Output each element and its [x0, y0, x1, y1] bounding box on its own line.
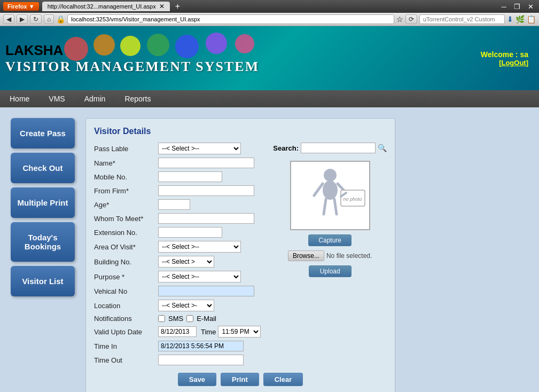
valid-date-input[interactable]	[158, 326, 197, 337]
no-photo-svg: no photo	[293, 163, 368, 228]
time-in-label: Time In	[94, 342, 158, 350]
whom-meet-input[interactable]	[158, 213, 254, 224]
print-button[interactable]: Print	[221, 373, 259, 386]
purpose-row: Purpose * --< Select >--	[94, 271, 262, 283]
check-out-button[interactable]: Check Out	[11, 153, 75, 183]
time-out-row: Time Out	[94, 355, 262, 365]
app-name: LAKSHA	[5, 42, 259, 59]
vehical-input[interactable]	[158, 286, 254, 296]
svg-line-4	[324, 199, 326, 214]
email-label: E-Mail	[197, 315, 216, 323]
mobile-input[interactable]	[158, 171, 222, 182]
svg-line-2	[314, 184, 323, 195]
lock-icon: 🔒	[56, 15, 65, 23]
name-row: Name*	[94, 158, 262, 168]
todays-bookings-button[interactable]: Today's Bookings	[11, 222, 75, 262]
time-out-input[interactable]	[158, 355, 244, 365]
create-pass-button[interactable]: Create Pass	[11, 118, 75, 148]
mobile-label: Mobile No.	[94, 173, 158, 181]
sidebar: Create Pass Check Out Multiple Print Tod…	[11, 118, 75, 392]
age-input[interactable]	[158, 199, 190, 210]
pass-label-select[interactable]: --< Select >--	[158, 143, 241, 154]
from-firm-row: From Firm*	[94, 185, 262, 196]
search-icon[interactable]: 🔍	[378, 144, 387, 152]
back-btn[interactable]: ◀	[3, 14, 14, 24]
form-panel: Visitor Details Pass Lable --< Select >-…	[85, 118, 395, 392]
form-left: Pass Lable --< Select >-- Name* Mobile N…	[94, 143, 262, 369]
welcome-text: Welcome : sa	[481, 50, 528, 59]
system-name: VISITOR MANAGEMENT SYSTEM	[5, 59, 259, 74]
leaf-icon: 🌿	[515, 15, 525, 23]
pass-label-text: Pass Lable	[94, 145, 158, 153]
new-tab-btn[interactable]: +	[175, 2, 180, 11]
nav-reports[interactable]: Reports	[115, 90, 160, 107]
from-firm-label: From Firm*	[94, 187, 158, 195]
age-label: Age*	[94, 201, 158, 209]
header-user-info: Welcome : sa [LogOut]	[481, 50, 528, 67]
address-bar[interactable]	[67, 14, 394, 24]
photo-box: no photo	[290, 161, 370, 230]
name-input[interactable]	[158, 158, 254, 168]
minimize-btn[interactable]: ─	[502, 3, 506, 11]
clear-button[interactable]: Clear	[263, 373, 303, 386]
restore-btn[interactable]: ❐	[514, 3, 520, 11]
svg-point-0	[324, 169, 337, 182]
email-checkbox[interactable]	[186, 315, 193, 322]
time-label: Time	[201, 328, 216, 336]
bookmark-icon[interactable]: 📋	[527, 15, 536, 23]
extension-row: Extension No.	[94, 227, 262, 238]
search-row: Search: 🔍	[273, 143, 387, 153]
close-btn[interactable]: ✕	[528, 3, 534, 11]
forward-btn[interactable]: ▶	[17, 14, 28, 24]
app-header: LAKSHA VISITOR MANAGEMENT SYSTEM Welcome…	[0, 26, 539, 90]
browser-nav: ◀ ▶ ↻ ⌂ 🔒 ☆ ⟳ ⬇ 🌿 📋	[0, 13, 539, 26]
form-title: Visitor Details	[94, 127, 387, 136]
location-row: Location --< Select >-	[94, 300, 262, 311]
whom-meet-label: Whom To Meet*	[94, 215, 158, 223]
browser-tab[interactable]: http://localhost:32...management_UI.aspx…	[42, 2, 170, 11]
tab-close[interactable]: ✕	[159, 3, 165, 10]
arrow-icon[interactable]: ⬇	[507, 15, 513, 23]
nav-admin[interactable]: Admin	[75, 90, 115, 107]
time-in-input[interactable]	[158, 341, 244, 351]
sms-checkbox[interactable]	[158, 315, 165, 322]
time-select[interactable]: 11:59 PM	[218, 326, 261, 338]
area-visit-select[interactable]: --< Select >--	[158, 241, 241, 253]
star-icon[interactable]: ☆	[396, 15, 403, 23]
building-row: Building No. --< Select >	[94, 256, 262, 268]
whom-meet-row: Whom To Meet*	[94, 213, 262, 224]
search-input[interactable]	[301, 143, 376, 153]
reload-btn[interactable]: ⟳	[405, 14, 417, 24]
vehical-row: Vehical No	[94, 286, 262, 296]
multiple-print-button[interactable]: Multiple Print	[11, 187, 75, 218]
logout-link[interactable]: [LogOut]	[481, 59, 528, 67]
date-time-row: Time 11:59 PM	[158, 326, 261, 338]
browser-search[interactable]	[419, 14, 505, 24]
notifications-row: Notifications SMS E-Mail	[94, 315, 262, 323]
building-select[interactable]: --< Select >	[158, 256, 214, 268]
header-branding: LAKSHA VISITOR MANAGEMENT SYSTEM	[5, 42, 259, 75]
nav-vms[interactable]: VMS	[39, 90, 74, 107]
purpose-select[interactable]: --< Select >--	[158, 271, 241, 283]
refresh-btn[interactable]: ↻	[30, 14, 42, 24]
browse-button[interactable]: Browse...	[288, 250, 324, 261]
valid-upto-label: Valid Upto Date	[94, 328, 158, 336]
firefox-button[interactable]: Firefox ▼	[3, 2, 39, 11]
location-select[interactable]: --< Select >-	[158, 300, 214, 311]
area-visit-row: Area Of Visit* --< Select >--	[94, 241, 262, 253]
svg-text:no photo: no photo	[343, 197, 362, 202]
name-label: Name*	[94, 159, 158, 167]
home-nav-btn[interactable]: ⌂	[44, 14, 54, 24]
search-label: Search:	[273, 144, 299, 152]
visitor-list-button[interactable]: Visitor List	[11, 266, 75, 296]
extension-input[interactable]	[158, 227, 222, 238]
svg-point-1	[323, 181, 338, 200]
from-firm-input[interactable]	[158, 185, 254, 196]
svg-line-5	[334, 199, 337, 214]
capture-button[interactable]: Capture	[308, 234, 351, 246]
purpose-label: Purpose *	[94, 273, 158, 281]
nav-home[interactable]: Home	[0, 90, 39, 107]
save-button[interactable]: Save	[178, 373, 216, 386]
upload-button[interactable]: Upload	[309, 265, 351, 277]
browser-chrome: Firefox ▼ http://localhost:32...manageme…	[0, 0, 539, 26]
